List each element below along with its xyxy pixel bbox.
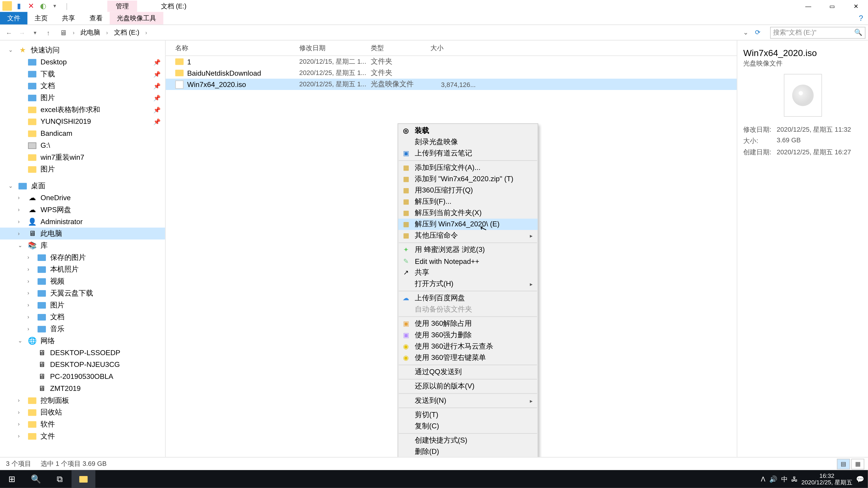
context-menu-item[interactable]: 复制(C) xyxy=(398,421,538,432)
sidebar-item[interactable]: Desktop📌 xyxy=(0,56,165,68)
context-menu-item[interactable]: ▣使用 360强力删除 xyxy=(398,329,538,341)
sidebar-item[interactable]: 🖥ZMT2019 xyxy=(0,383,165,394)
context-menu-item[interactable]: 自动备份该文件夹 xyxy=(398,304,538,315)
sidebar-item[interactable]: 下载📌 xyxy=(0,68,165,80)
ribbon-tab-disctool[interactable]: 光盘映像工具 xyxy=(110,12,163,24)
sidebar-item[interactable]: ›☁OneDrive xyxy=(0,192,165,204)
ribbon-tab-home[interactable]: 主页 xyxy=(27,12,55,24)
sidebar-item[interactable]: ⌄★快速访问 xyxy=(0,44,165,56)
expand-icon[interactable]: › xyxy=(18,207,24,213)
sidebar-item[interactable]: 图片📌 xyxy=(0,92,165,104)
expand-icon[interactable]: ⌄ xyxy=(18,242,24,248)
context-menu-item[interactable]: 剪切(T) xyxy=(398,410,538,421)
sidebar-item[interactable]: ›回收站 xyxy=(0,406,165,418)
sidebar-item[interactable]: ›控制面板 xyxy=(0,394,165,406)
breadcrumb-pc[interactable]: 此电脑 xyxy=(78,27,102,38)
expand-icon[interactable]: › xyxy=(18,195,24,201)
expand-icon[interactable]: › xyxy=(18,397,24,403)
context-menu-item[interactable]: 还原以前的版本(V) xyxy=(398,381,538,392)
ribbon-tab-file[interactable]: 文件 xyxy=(0,12,27,24)
expand-icon[interactable]: › xyxy=(18,410,24,415)
col-name[interactable]: 名称 xyxy=(166,43,297,53)
sidebar-item[interactable]: ›保存的图片 xyxy=(0,252,165,263)
ribbon-tab-share[interactable]: 共享 xyxy=(55,12,82,24)
context-menu-item[interactable]: ☁上传到百度网盘 xyxy=(398,293,538,304)
clock[interactable]: 16:32 2020/12/25, 星期五 xyxy=(801,473,852,486)
back-button[interactable]: ← xyxy=(2,29,16,36)
expand-icon[interactable]: ⌄ xyxy=(18,338,24,344)
sidebar-item[interactable]: 🖥PC-20190530OBLA xyxy=(0,370,165,383)
maximize-button[interactable]: ▭ xyxy=(820,0,844,12)
view-details-button[interactable]: ▤ xyxy=(837,458,850,469)
context-menu-item[interactable]: 删除(D) xyxy=(398,446,538,457)
context-menu-item[interactable]: ▣上传到有道云笔记 xyxy=(398,148,538,159)
refresh-button[interactable]: ⟳ xyxy=(751,29,764,36)
ribbon-tab-view[interactable]: 查看 xyxy=(82,12,110,24)
context-menu-item[interactable]: ◉使用 360进行木马云查杀 xyxy=(398,341,538,352)
sidebar-item[interactable]: ›🖥此电脑 xyxy=(0,228,165,239)
clear-icon[interactable]: ✕ xyxy=(26,1,36,11)
breadcrumb[interactable]: 🖥 › 此电脑 › 文档 (E:) › xyxy=(55,27,741,38)
context-menu-item[interactable]: ▦添加到压缩文件(A)... xyxy=(398,162,538,173)
search-input[interactable]: 搜索"文档 (E:)" 🔍 xyxy=(770,26,866,38)
sidebar-item[interactable]: win7重装win7 xyxy=(0,151,165,163)
minimize-button[interactable]: — xyxy=(796,0,820,12)
file-row[interactable]: 12020/12/15, 星期二 1...文件夹 xyxy=(166,56,737,67)
sidebar-item[interactable]: 图片 xyxy=(0,163,165,175)
action-center-icon[interactable]: 💬 xyxy=(856,475,864,483)
sidebar-item[interactable]: ›图片 xyxy=(0,299,165,311)
search-taskbar-button[interactable]: 🔍 xyxy=(24,470,48,488)
expand-icon[interactable]: › xyxy=(27,302,33,308)
context-menu-item[interactable]: 发送到(N)▸ xyxy=(398,395,538,406)
sidebar-item[interactable]: Bandicam xyxy=(0,127,165,139)
close-button[interactable]: ✕ xyxy=(844,0,868,12)
context-menu-item[interactable]: ◉使用 360管理右键菜单 xyxy=(398,352,538,363)
sidebar-item[interactable]: ›文件 xyxy=(0,430,165,442)
pin-qat-icon[interactable]: ▮ xyxy=(14,1,24,11)
start-button[interactable]: ⊞ xyxy=(0,470,24,488)
sidebar-item[interactable]: 🖥DESKTOP-LSSOEDP xyxy=(0,347,165,359)
sidebar-item[interactable]: excel表格制作求和📌 xyxy=(0,104,165,116)
context-menu-item[interactable]: ▦添加到 "Win7x64_2020.zip" (T) xyxy=(398,173,538,185)
breadcrumb-drive[interactable]: 文档 (E:) xyxy=(112,27,142,38)
sidebar-item[interactable]: ⌄🌐网络 xyxy=(0,335,165,347)
help-icon[interactable]: ? xyxy=(859,14,863,23)
context-menu-item[interactable]: 通过QQ发送到 xyxy=(398,366,538,378)
context-menu-item[interactable]: ▦其他压缩命令▸ xyxy=(398,230,538,241)
context-menu-item[interactable]: 创建快捷方式(S) xyxy=(398,435,538,446)
recent-locations-button[interactable]: ▾ xyxy=(29,30,42,35)
context-menu-item[interactable]: ✦用 蜂蜜浏览器 浏览(3) xyxy=(398,244,538,256)
file-row[interactable]: Win7x64_2020.iso2020/12/25, 星期五 1...光盘映像… xyxy=(166,78,737,90)
action-icon[interactable]: ◐ xyxy=(38,1,48,11)
taskview-button[interactable]: ⧉ xyxy=(48,470,71,488)
context-menu-item[interactable]: ✎Edit with Notepad++ xyxy=(398,256,538,267)
context-menu-item[interactable]: ▦用360压缩打开(Q) xyxy=(398,185,538,196)
expand-icon[interactable]: › xyxy=(27,326,33,332)
sidebar-item[interactable]: ›☁WPS网盘 xyxy=(0,204,165,216)
context-menu-item[interactable]: ▦解压到(F)... xyxy=(398,196,538,207)
network-icon[interactable]: 🖧 xyxy=(791,475,798,483)
ime-icon[interactable]: 中 xyxy=(781,475,788,484)
context-menu-item[interactable]: 打开方式(H)▸ xyxy=(398,278,538,289)
col-date[interactable]: 修改日期 xyxy=(297,43,368,53)
sidebar-item[interactable]: ›音乐 xyxy=(0,323,165,335)
expand-icon[interactable]: › xyxy=(18,219,24,225)
address-dropdown-button[interactable]: ⌄ xyxy=(740,29,751,36)
contextual-tab-manage[interactable]: 管理 xyxy=(107,0,137,11)
expand-icon[interactable]: › xyxy=(27,278,33,284)
expand-icon[interactable]: › xyxy=(27,314,33,320)
sidebar-item[interactable]: ⌄📚库 xyxy=(0,239,165,252)
qat-chevron-icon[interactable]: ▾ xyxy=(50,1,60,11)
context-menu-item[interactable]: ▦解压到 Win7x64_2020\ (E) xyxy=(398,219,538,230)
expand-icon[interactable]: › xyxy=(18,433,24,439)
context-menu-item[interactable]: 刻录光盘映像 xyxy=(398,136,538,148)
expand-icon[interactable]: › xyxy=(27,266,33,272)
view-large-button[interactable]: ▦ xyxy=(851,458,864,469)
sidebar-item[interactable]: ›天翼云盘下载 xyxy=(0,287,165,299)
sidebar-item[interactable]: ⌄桌面 xyxy=(0,180,165,192)
sidebar-item[interactable]: ›软件 xyxy=(0,418,165,430)
context-menu-item[interactable]: ↗共享 xyxy=(398,267,538,278)
expand-icon[interactable]: › xyxy=(27,254,33,260)
sidebar-item[interactable]: ›本机照片 xyxy=(0,263,165,275)
sidebar-item[interactable]: 文档📌 xyxy=(0,80,165,92)
